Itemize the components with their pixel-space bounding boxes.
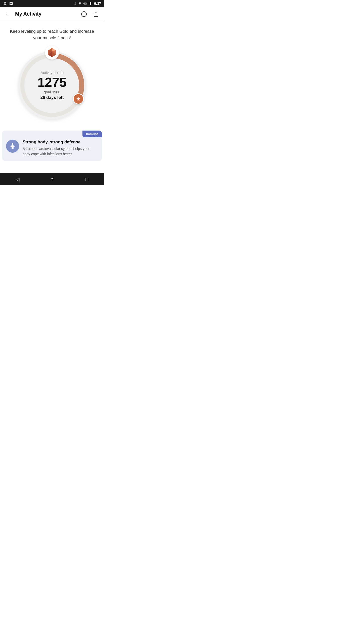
share-button[interactable] bbox=[92, 10, 100, 18]
info-card: immune Strong body, strong defense A tra… bbox=[2, 131, 102, 161]
nav-home-button[interactable]: ○ bbox=[47, 174, 58, 185]
person-icon bbox=[9, 142, 16, 150]
ring-center-content: Activity points 1275 goal 3900 26 days l… bbox=[37, 70, 67, 100]
time-display: 6:37 bbox=[94, 2, 101, 6]
card-tag: immune bbox=[82, 131, 102, 137]
status-right: 4G 6:37 bbox=[74, 2, 101, 6]
days-left: 26 days left bbox=[40, 95, 64, 100]
nav-back-button[interactable]: ◁ bbox=[12, 174, 23, 185]
motivational-text: Keep leveling up to reach Gold and incre… bbox=[0, 21, 104, 45]
svg-point-16 bbox=[12, 143, 13, 145]
card-body: A trained cardiovascular system helps yo… bbox=[23, 146, 98, 157]
star-badge: ★ bbox=[73, 93, 84, 104]
bluetooth-icon bbox=[74, 2, 77, 6]
activity-points-value: 1275 bbox=[37, 76, 67, 89]
ring-container: ★ Activity points 1275 goal 3900 26 days… bbox=[14, 48, 90, 123]
card-icon bbox=[6, 140, 19, 153]
card-content: Strong body, strong defense A trained ca… bbox=[6, 135, 98, 157]
page-title: My Activity bbox=[15, 11, 80, 17]
spacer bbox=[0, 161, 104, 171]
gem-badge bbox=[45, 46, 59, 60]
activity-goal: goal 3900 bbox=[44, 90, 60, 94]
signal-type: 4G bbox=[83, 2, 87, 5]
signal-icon bbox=[78, 2, 82, 5]
share-icon bbox=[93, 11, 99, 17]
info-icon bbox=[81, 11, 87, 17]
battery-icon bbox=[88, 2, 93, 5]
clipboard-icon bbox=[9, 2, 13, 6]
settings-icon bbox=[3, 2, 7, 6]
status-left bbox=[3, 2, 13, 6]
bottom-nav: ◁ ○ □ bbox=[0, 173, 104, 185]
info-button[interactable] bbox=[80, 10, 88, 18]
card-text: Strong body, strong defense A trained ca… bbox=[23, 140, 98, 157]
svg-marker-15 bbox=[52, 48, 55, 51]
back-button[interactable]: ← bbox=[4, 10, 12, 18]
app-bar-actions bbox=[80, 10, 100, 18]
gem-icon bbox=[47, 47, 58, 58]
status-bar: 4G 6:37 bbox=[0, 0, 104, 7]
card-title: Strong body, strong defense bbox=[23, 140, 98, 145]
nav-recent-button[interactable]: □ bbox=[81, 174, 92, 185]
app-bar: ← My Activity bbox=[0, 7, 104, 21]
activity-points-label: Activity points bbox=[40, 70, 64, 75]
progress-ring-section: ★ Activity points 1275 goal 3900 26 days… bbox=[0, 45, 104, 131]
